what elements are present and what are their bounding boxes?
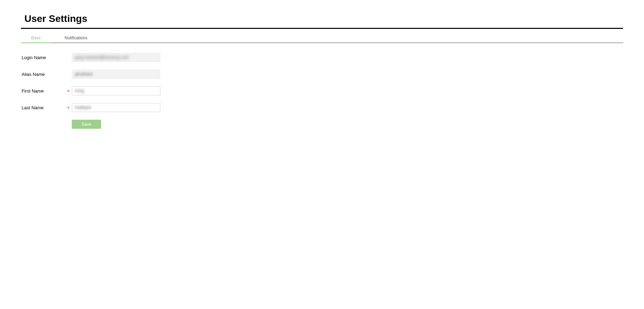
login-name-field: greg.hubbard@liveramp.com [72, 53, 160, 62]
row-last-name: Last Name * Hubbard [21, 103, 623, 112]
alias-name-value: ghubbard [75, 72, 93, 77]
label-first-name: First Name [21, 88, 67, 94]
save-offset [21, 120, 72, 129]
login-name-value: greg.hubbard@liveramp.com [75, 55, 129, 60]
tab-base[interactable]: Base [21, 34, 51, 42]
first-name-value: Greg [75, 88, 84, 93]
first-name-input[interactable]: Greg [72, 86, 160, 95]
row-save: Save [21, 120, 623, 129]
page-title: User Settings [21, 10, 623, 28]
tab-notifications[interactable]: Notifications [51, 34, 101, 42]
label-last-name: Last Name [21, 105, 67, 110]
form-area: Login Name greg.hubbard@liveramp.com Ali… [21, 53, 623, 129]
tabs: Base Notifications [21, 34, 623, 43]
page-container: User Settings Base Notifications Login N… [0, 0, 644, 129]
title-divider [21, 28, 623, 29]
label-alias-name: Alias Name [21, 72, 67, 77]
row-alias-name: Alias Name ghubbard [21, 70, 623, 79]
row-first-name: First Name * Greg [21, 86, 623, 95]
row-login-name: Login Name greg.hubbard@liveramp.com [21, 53, 623, 62]
last-name-value: Hubbard [75, 105, 91, 110]
save-button[interactable]: Save [72, 120, 101, 129]
required-marker-last-name: * [67, 104, 72, 111]
label-login-name: Login Name [21, 55, 67, 60]
alias-name-field: ghubbard [72, 70, 160, 79]
last-name-input[interactable]: Hubbard [72, 103, 160, 112]
required-marker-first-name: * [67, 87, 72, 94]
